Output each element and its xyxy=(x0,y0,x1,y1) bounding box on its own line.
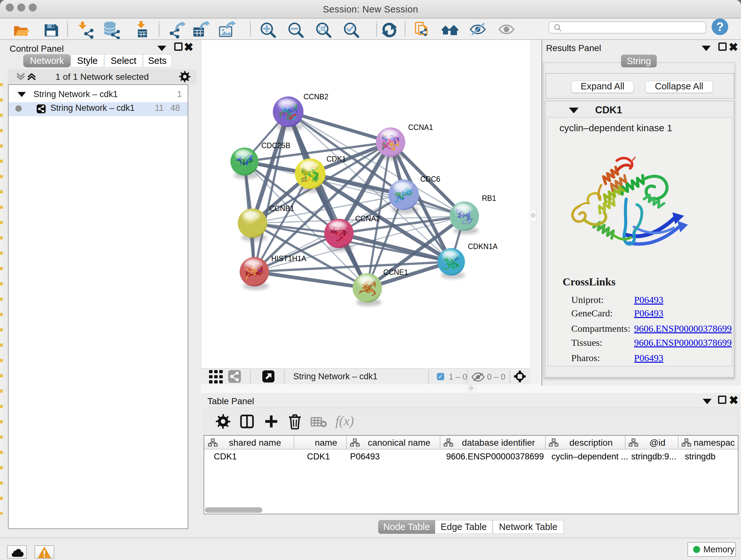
svg-text:CCNA1: CCNA1 xyxy=(408,123,433,132)
svg-text:RB1: RB1 xyxy=(482,194,496,202)
svg-text:CDKN1A: CDKN1A xyxy=(468,242,498,251)
svg-text:CDC25B: CDC25B xyxy=(261,141,290,150)
svg-text:CCNE1: CCNE1 xyxy=(383,268,408,276)
svg-text:CCNB1: CCNB1 xyxy=(269,204,294,212)
svg-text:CCNB2: CCNB2 xyxy=(304,92,328,101)
svg-text:HIST1H1A: HIST1H1A xyxy=(271,254,307,263)
svg-text:CDC6: CDC6 xyxy=(420,175,441,183)
svg-text:CCNA2: CCNA2 xyxy=(355,214,380,223)
svg-text:CDK1: CDK1 xyxy=(327,155,346,163)
